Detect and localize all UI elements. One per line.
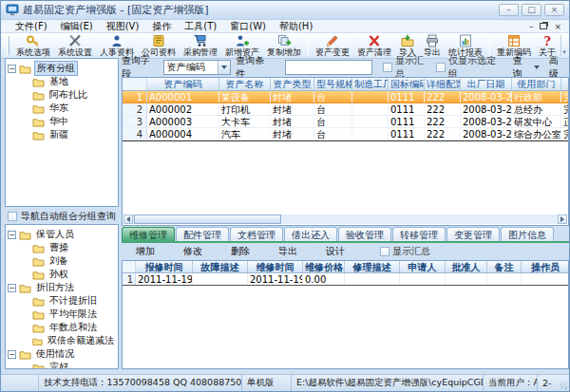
tree-node-label[interactable]: 阿布扎比 (48, 88, 89, 102)
tree-node-label[interactable]: 刘备 (48, 254, 70, 268)
expand-toggle-icon[interactable] (8, 284, 16, 292)
column-header-repair-price[interactable]: 维修价格 (303, 261, 345, 272)
table-row[interactable]: 4 A000004 汽车 封堵 台 0111 222 2008-03-28 综合… (123, 128, 569, 140)
tree-node-label[interactable]: 使用情况 (34, 347, 76, 361)
menu-tools[interactable]: 工具(T) (178, 20, 223, 33)
tab-change-management[interactable]: 变更管理 (446, 227, 500, 241)
column-header[interactable] (123, 261, 136, 272)
tree-node[interactable]: 阿布扎比 (8, 88, 116, 102)
delete-button[interactable]: 删除 (217, 245, 264, 258)
menu-window[interactable]: 窗口(W) (223, 20, 273, 33)
tree-group-usage[interactable]: 使用情况 (8, 347, 116, 361)
tree-node[interactable]: 曹操 (8, 241, 116, 254)
column-header-operator[interactable]: 操作员 (522, 261, 569, 272)
column-header-applicant[interactable]: 申请人 (400, 261, 446, 272)
query-field-select[interactable]: 资产编码 (163, 60, 232, 75)
menu-edit[interactable]: 编辑(E) (54, 20, 100, 33)
tree-group-keepers[interactable]: 保管人员 (8, 228, 116, 241)
close-button[interactable]: × (544, 4, 564, 16)
column-header[interactable] (123, 78, 147, 90)
tree-node-label[interactable]: 双倍余额递减法 (46, 334, 116, 347)
tree-node-label[interactable]: 基地 (48, 75, 70, 88)
column-header-repair-desc[interactable]: 修理描述 (345, 261, 400, 272)
tab-acceptance-management[interactable]: 验收管理 (338, 227, 391, 241)
tree-node-label[interactable]: 年数总和法 (48, 321, 99, 334)
tree-node[interactable]: 刘备 (8, 254, 116, 268)
minimize-button[interactable]: – (499, 4, 519, 16)
menu-operate[interactable]: 操作 (145, 20, 178, 33)
column-header-repair-time[interactable]: 维修时间 (248, 261, 303, 272)
checkbox-icon[interactable] (380, 247, 390, 256)
add-button[interactable]: 增加 (122, 245, 169, 258)
checkbox-icon[interactable] (436, 63, 446, 72)
tree-node-label[interactable]: 华东 (48, 102, 70, 115)
tree-node-label[interactable]: 所有分组 (34, 61, 78, 76)
column-header-asset-code[interactable]: 资产编码 (147, 78, 219, 90)
column-header-department[interactable]: 使用部门 (512, 78, 561, 90)
expand-toggle-icon[interactable] (8, 231, 16, 239)
column-header-factory-date[interactable]: 出厂日期 (461, 78, 512, 90)
tab-document-management[interactable]: 文档管理 (230, 227, 283, 241)
tree-node-label[interactable]: 新疆 (48, 128, 70, 141)
tree-node-root[interactable]: 所有分组 (8, 62, 116, 75)
checkbox-icon[interactable] (8, 212, 17, 221)
tree-node[interactable]: 新疆 (8, 128, 116, 141)
mdi-minimize-button[interactable]: – (529, 22, 534, 31)
tree-node[interactable]: 华东 (8, 102, 116, 115)
repair-show-summary-checkbox-row[interactable]: 显示汇总 (380, 245, 430, 258)
edit-button[interactable]: 修改 (169, 245, 217, 258)
table-row[interactable]: 1 A000001 某设备 封堵 台 0111 222 2008-03-28 行… (123, 91, 569, 103)
column-header-approver[interactable]: 批准人 (446, 261, 487, 272)
design-button[interactable]: 设计 (312, 245, 359, 258)
scroll-left-icon[interactable] (124, 215, 133, 224)
tree-node-label[interactable]: 折旧方法 (34, 281, 76, 294)
column-header-asset-type[interactable]: 资产类型 (271, 78, 314, 90)
column-header-fault-desc[interactable]: 故障描述 (193, 261, 248, 272)
menu-file[interactable]: 文件(F) (9, 20, 54, 33)
expand-toggle-icon[interactable] (8, 65, 16, 73)
toolbar-overflow-chevron[interactable]: ▾ (560, 35, 567, 56)
tree-node-label[interactable]: 完好 (48, 361, 70, 369)
scrollbar-thumb[interactable] (134, 215, 281, 224)
tab-transfer-management[interactable]: 转移管理 (392, 227, 446, 241)
tree-node-label[interactable]: 孙权 (48, 268, 70, 281)
scroll-right-icon[interactable] (558, 215, 567, 224)
tree-node[interactable]: 双倍余额递减法 (8, 334, 116, 347)
mdi-restore-button[interactable] (540, 23, 547, 29)
tab-repair-management[interactable]: 维修管理 (122, 227, 175, 241)
tab-lend-return[interactable]: 借出还入 (284, 227, 337, 241)
tree-node[interactable]: 平均年限法 (8, 308, 116, 321)
tab-parts-management[interactable]: 配件管理 (176, 227, 229, 241)
purchase-management-button[interactable]: 采购管理 (180, 33, 221, 58)
tree-node-label[interactable]: 平均年限法 (48, 308, 99, 321)
maximize-button[interactable]: □ (522, 4, 542, 16)
column-header-asset-name[interactable]: 资产名称 (219, 78, 271, 90)
chevron-down-icon[interactable] (218, 61, 230, 74)
export-sub-button[interactable]: 导出 (264, 245, 312, 258)
table-row[interactable]: 1 2011-11-19 2011-11-19 0.00 (123, 273, 569, 286)
table-row[interactable]: 3 A000003 大卡车 封堵 台 0111 222 2008-03-28 研… (123, 116, 569, 128)
asset-change-button[interactable]: 资产变更 (312, 33, 353, 58)
horizontal-scrollbar[interactable] (124, 215, 567, 224)
tree-node-label[interactable]: 不计提折旧 (48, 294, 99, 308)
tree-group-depreciation[interactable]: 折旧方法 (8, 281, 116, 294)
tab-picture-info[interactable]: 图片信息 (501, 227, 554, 241)
tree-node[interactable]: 不计提折旧 (8, 294, 116, 308)
system-options-button[interactable]: 系统选项 (12, 33, 54, 58)
column-header-national-code[interactable]: 国标编码 (389, 78, 425, 90)
column-header-clipped[interactable] (561, 78, 569, 90)
tree-node[interactable]: 孙权 (8, 268, 116, 281)
column-header-model-spec[interactable]: 型号规格 (314, 78, 352, 90)
menu-view[interactable]: 视图(V) (100, 20, 146, 33)
column-header-detail-config[interactable]: 详细配置 (425, 78, 461, 90)
tree-node-label[interactable]: 保管人员 (34, 228, 76, 241)
query-condition-input[interactable] (285, 60, 372, 75)
menu-help[interactable]: 帮助(H) (273, 20, 319, 33)
column-header-remark[interactable]: 备注 (487, 261, 522, 272)
table-row[interactable]: 2 A000002 打印机 封堵 台 0111 222 2008-03-28 总… (123, 103, 569, 116)
tree-node[interactable]: 完好 (8, 361, 116, 369)
scrollbar-track[interactable] (281, 215, 558, 224)
tree-node-label[interactable]: 华中 (48, 115, 70, 128)
column-header-manufacturer[interactable]: 制造工厂 (352, 78, 389, 90)
nav-auto-group-checkbox-row[interactable]: 导航自动组合分组查询 (8, 210, 120, 223)
